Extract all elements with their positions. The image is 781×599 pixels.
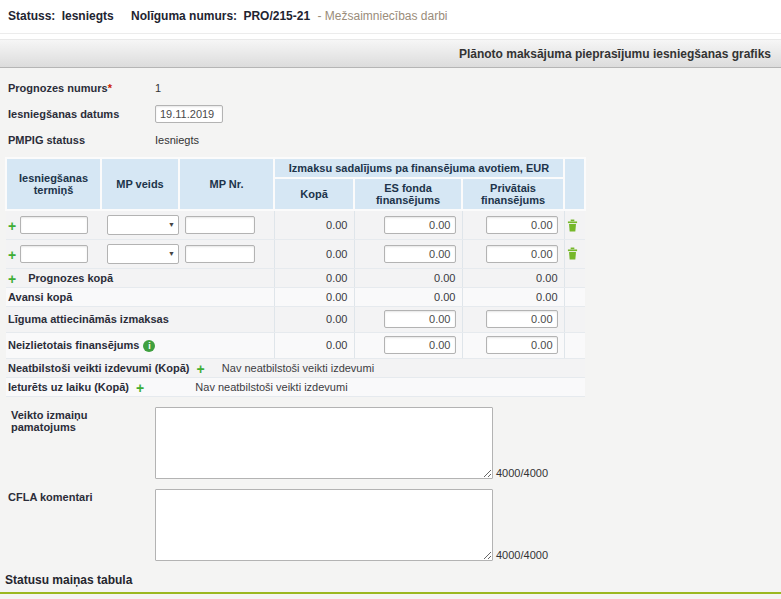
summary-label-cell: Neizlietotais finansējumsi bbox=[6, 332, 274, 358]
cfla-komentari-textarea[interactable] bbox=[155, 489, 493, 561]
summary-label-cell: Avansi kopā bbox=[6, 287, 274, 306]
es-fonds-input[interactable] bbox=[384, 216, 456, 234]
field-cfla-komentari: CFLA komentari 4000/4000 bbox=[8, 489, 773, 561]
privatais-input[interactable] bbox=[486, 310, 558, 328]
summary-label: Līguma attiecināmās izmaksas bbox=[8, 313, 169, 325]
table-row: + ▼ 0.00 bbox=[6, 239, 585, 268]
cfla-komentari-label: CFLA komentari bbox=[8, 489, 155, 561]
es-fonds-cell bbox=[354, 239, 462, 268]
termins-input[interactable] bbox=[20, 245, 88, 263]
col-header-mp-veids: MP veids bbox=[101, 158, 179, 210]
mp-nr-input[interactable] bbox=[185, 245, 255, 263]
termins-cell: + bbox=[6, 239, 101, 268]
mp-nr-cell bbox=[179, 239, 274, 268]
status-value: Iesniegts bbox=[62, 9, 114, 23]
privatais-cell bbox=[462, 332, 564, 358]
prognozes-numurs-label-text: Prognozes numurs bbox=[8, 82, 108, 94]
add-icon[interactable]: + bbox=[197, 364, 205, 374]
kopa-value: 0.00 bbox=[274, 210, 354, 239]
termins-cell: + bbox=[6, 210, 101, 239]
note-row-ieturets: Ieturēts uz laiku (Kopā) + Nav neatbilst… bbox=[6, 377, 585, 396]
summary-row-prognozes-kopa: +Prognozes kopā 0.00 0.00 0.00 bbox=[6, 268, 585, 287]
section-title: Plānoto maksājuma pieprasījumu iesniegša… bbox=[459, 47, 771, 61]
pamatojums-label: Veikto izmaiņu pamatojums bbox=[8, 407, 155, 479]
iesniegsanas-datums-input[interactable] bbox=[155, 105, 223, 123]
status-label: Statuss: bbox=[8, 9, 55, 23]
main-content: Prognozes numurs* 1 Iesniegšanas datums … bbox=[0, 68, 781, 599]
note-row-neatbilstosi: Neatbilstoši veikti izdevumi (Kopā) + Na… bbox=[6, 358, 585, 377]
es-fonds-input[interactable] bbox=[384, 336, 456, 354]
add-icon[interactable]: + bbox=[8, 274, 16, 284]
table-header-row-1: Iesniegšanas termiņš MP veids MP Nr. Izm… bbox=[6, 158, 585, 178]
col-header-termins: Iesniegšanas termiņš bbox=[6, 158, 101, 210]
privatais-input[interactable] bbox=[486, 245, 558, 263]
field-pamatojums: Veikto izmaiņu pamatojums 4000/4000 bbox=[8, 407, 773, 479]
summary-label-cell: +Prognozes kopā bbox=[6, 268, 274, 287]
row-actions-cell bbox=[564, 332, 585, 358]
note-cell: Neatbilstoši veikti izdevumi (Kopā) + Na… bbox=[6, 358, 585, 377]
mp-veids-select[interactable]: ▼ bbox=[107, 215, 179, 235]
add-icon[interactable]: + bbox=[136, 383, 144, 393]
privatais-cell bbox=[462, 239, 564, 268]
termins-input[interactable] bbox=[20, 216, 88, 234]
privatais-cell bbox=[462, 210, 564, 239]
cfla-komentari-counter: 4000/4000 bbox=[496, 549, 548, 561]
status-table-title: Statusu maiņas tabula bbox=[5, 573, 773, 587]
summary-row-liguma-izmaksas: Līguma attiecināmās izmaksas 0.00 bbox=[6, 306, 585, 332]
trash-icon[interactable] bbox=[567, 219, 578, 232]
summary-label-cell: Līguma attiecināmās izmaksas bbox=[6, 306, 274, 332]
es-fonds-cell bbox=[354, 210, 462, 239]
col-header-actions bbox=[564, 158, 585, 210]
privatais-input[interactable] bbox=[486, 336, 558, 354]
field-prognozes-numurs: Prognozes numurs* 1 bbox=[8, 82, 773, 94]
pamatojums-textarea[interactable] bbox=[155, 407, 493, 479]
privatais-input[interactable] bbox=[486, 216, 558, 234]
chevron-down-icon: ▼ bbox=[168, 221, 175, 228]
kopa-value: 0.00 bbox=[274, 268, 354, 287]
agreement-label: Nolīguma numurs: bbox=[131, 9, 237, 23]
col-header-kopa: Kopā bbox=[274, 178, 354, 210]
trash-icon[interactable] bbox=[567, 247, 578, 260]
es-fonds-input[interactable] bbox=[384, 310, 456, 328]
kopa-value: 0.00 bbox=[274, 332, 354, 358]
mp-veids-select[interactable]: ▼ bbox=[107, 244, 179, 264]
summary-label: Avansi kopā bbox=[8, 291, 72, 303]
table-row: + ▼ 0.00 bbox=[6, 210, 585, 239]
row-actions-cell bbox=[564, 210, 585, 239]
add-row-icon[interactable]: + bbox=[8, 250, 16, 260]
chevron-down-icon: ▼ bbox=[168, 250, 175, 257]
field-iesniegsanas-datums: Iesniegšanas datums bbox=[8, 105, 773, 123]
mp-nr-cell bbox=[179, 210, 274, 239]
mp-nr-input[interactable] bbox=[185, 216, 255, 234]
summary-row-neizlietotais: Neizlietotais finansējumsi 0.00 bbox=[6, 332, 585, 358]
agreement-title: - Mežsaimniecības darbi bbox=[317, 9, 447, 23]
note-label: Ieturēts uz laiku (Kopā) bbox=[8, 381, 129, 393]
prognozes-numurs-value: 1 bbox=[155, 82, 161, 94]
summary-row-avansi-kopa: Avansi kopā 0.00 0.00 0.00 bbox=[6, 287, 585, 306]
es-fonds-cell bbox=[354, 332, 462, 358]
privatais-cell bbox=[462, 306, 564, 332]
note-cell: Ieturēts uz laiku (Kopā) + Nav neatbilst… bbox=[6, 377, 585, 396]
pamatojums-counter: 4000/4000 bbox=[496, 467, 548, 479]
summary-label: Neizlietotais finansējums bbox=[8, 339, 139, 351]
page-header: Statuss: Iesniegts Nolīguma numurs: PRO/… bbox=[0, 0, 781, 34]
es-fonds-cell bbox=[354, 306, 462, 332]
privatais-value: 0.00 bbox=[462, 287, 564, 306]
privatais-value: 0.00 bbox=[462, 268, 564, 287]
row-actions-cell bbox=[564, 306, 585, 332]
prognozes-numurs-label: Prognozes numurs* bbox=[8, 82, 155, 94]
field-pmpig-statuss: PMPIG statuss Iesniegts bbox=[8, 134, 773, 146]
pmpig-statuss-label: PMPIG statuss bbox=[8, 134, 155, 146]
add-row-icon[interactable]: + bbox=[8, 221, 16, 231]
note-label: Neatbilstoši veikti izdevumi (Kopā) bbox=[8, 362, 190, 374]
kopa-value: 0.00 bbox=[274, 239, 354, 268]
row-actions-cell bbox=[564, 287, 585, 306]
es-fonds-value: 0.00 bbox=[354, 268, 462, 287]
note-text: Nav neatbilstoši veikti izdevumi bbox=[222, 362, 374, 374]
es-fonds-input[interactable] bbox=[384, 245, 456, 263]
col-header-group: Izmaksu sadalījums pa finansējuma avotie… bbox=[274, 158, 564, 178]
row-actions-cell bbox=[564, 268, 585, 287]
info-icon[interactable]: i bbox=[143, 340, 155, 352]
note-text: Nav neatbilstoši veikti izdevumi bbox=[195, 381, 347, 393]
agreement-value: PRO/215-21 bbox=[243, 9, 310, 23]
